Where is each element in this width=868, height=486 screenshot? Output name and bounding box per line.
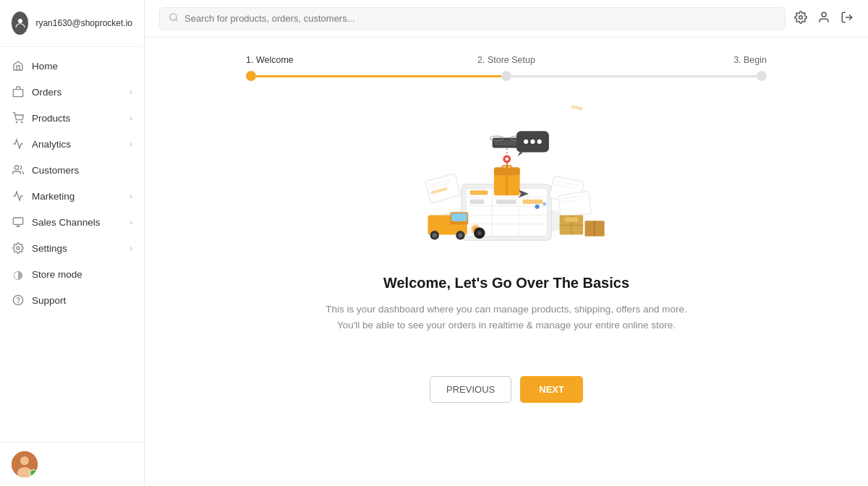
sales-channels-chevron-icon: › bbox=[129, 218, 132, 226]
marketing-icon bbox=[12, 189, 25, 202]
orders-chevron-icon: › bbox=[129, 88, 132, 96]
wizard-step-2-label: 2. Store Setup bbox=[420, 55, 593, 65]
sidebar-item-settings[interactable]: Settings › bbox=[0, 235, 144, 261]
svg-point-3 bbox=[22, 122, 22, 122]
wizard-steps: 1. Welcome 2. Store Setup 3. Begin bbox=[246, 38, 767, 88]
step-dot-1 bbox=[246, 71, 256, 81]
sidebar-item-analytics-label: Analytics bbox=[32, 139, 122, 150]
user-topbar-icon[interactable] bbox=[817, 11, 830, 27]
previous-button[interactable]: PREVIOUS bbox=[430, 376, 511, 403]
logout-topbar-icon[interactable] bbox=[841, 11, 854, 27]
sidebar-item-products-label: Products bbox=[32, 113, 122, 124]
svg-point-74 bbox=[479, 232, 480, 234]
support-icon bbox=[12, 294, 25, 307]
svg-rect-29 bbox=[522, 200, 542, 204]
wizard-step-1-label: 1. Welcome bbox=[246, 55, 420, 65]
sidebar-username: ryan1630@shoprocket.io bbox=[35, 18, 132, 28]
step-line-1 bbox=[256, 75, 501, 77]
sidebar-item-marketing[interactable]: Marketing › bbox=[0, 183, 144, 209]
sidebar-item-analytics[interactable]: Analytics › bbox=[0, 131, 144, 157]
wizard-subtitle-line2: You'll be able to see your orders in rea… bbox=[337, 320, 676, 331]
topbar-icons bbox=[794, 11, 854, 27]
sales-channels-icon bbox=[12, 216, 25, 229]
sidebar-header: ryan1630@shoprocket.io bbox=[0, 0, 144, 47]
sidebar-item-marketing-label: Marketing bbox=[32, 191, 122, 202]
svg-rect-5 bbox=[13, 218, 22, 224]
store-mode-icon: ◑ bbox=[12, 268, 25, 281]
sidebar-item-sales-channels-label: Sales Channels bbox=[32, 217, 122, 228]
sidebar-nav: Home Orders › Products › Analytics › bbox=[0, 47, 144, 442]
home-icon bbox=[12, 59, 25, 72]
orders-icon bbox=[12, 85, 25, 98]
svg-point-6 bbox=[17, 247, 20, 250]
svg-point-4 bbox=[14, 166, 18, 169]
sidebar-item-store-mode[interactable]: ◑ Store mode bbox=[0, 261, 144, 287]
svg-rect-27 bbox=[470, 200, 484, 204]
wizard-subtitle-line1: This is your dashboard where you can man… bbox=[326, 304, 687, 315]
online-status-dot bbox=[30, 469, 37, 477]
sidebar-item-home[interactable]: Home bbox=[0, 53, 144, 79]
wizard-button-row: PREVIOUS NEXT bbox=[430, 376, 583, 403]
svg-point-43 bbox=[505, 158, 509, 161]
settings-topbar-icon[interactable] bbox=[794, 11, 807, 27]
step-dot-2 bbox=[501, 71, 511, 81]
wizard-steps-labels: 1. Welcome 2. Store Setup 3. Begin bbox=[246, 55, 767, 65]
svg-point-10 bbox=[20, 456, 29, 465]
wizard-area: 1. Welcome 2. Store Setup 3. Begin bbox=[145, 38, 868, 486]
svg-rect-28 bbox=[496, 200, 516, 204]
svg-point-41 bbox=[537, 140, 542, 144]
svg-rect-65 bbox=[565, 217, 579, 221]
products-icon bbox=[12, 111, 25, 124]
sidebar-item-home-label: Home bbox=[32, 61, 132, 72]
search-input[interactable] bbox=[184, 13, 776, 24]
sidebar-item-support-label: Support bbox=[32, 295, 132, 306]
step-line-2 bbox=[511, 75, 757, 77]
sidebar: ryan1630@shoprocket.io Home Orders › Pro… bbox=[0, 0, 145, 486]
analytics-chevron-icon: › bbox=[129, 140, 132, 148]
svg-point-13 bbox=[799, 15, 803, 19]
search-bar[interactable] bbox=[159, 7, 786, 30]
svg-point-2 bbox=[16, 122, 17, 122]
search-icon bbox=[169, 12, 179, 25]
user-avatar[interactable] bbox=[12, 451, 38, 477]
wizard-step-3-label: 3. Begin bbox=[593, 55, 767, 65]
sidebar-item-products[interactable]: Products › bbox=[0, 105, 144, 131]
sidebar-item-sales-channels[interactable]: Sales Channels › bbox=[0, 209, 144, 235]
settings-chevron-icon: › bbox=[129, 244, 132, 252]
svg-point-0 bbox=[18, 19, 22, 23]
marketing-chevron-icon: › bbox=[129, 192, 132, 200]
sidebar-item-settings-label: Settings bbox=[32, 243, 122, 254]
svg-point-14 bbox=[822, 12, 826, 17]
svg-point-71 bbox=[542, 202, 546, 206]
sidebar-item-orders-label: Orders bbox=[32, 87, 122, 98]
main-content: 1. Welcome 2. Store Setup 3. Begin bbox=[145, 0, 868, 486]
svg-rect-48 bbox=[558, 191, 592, 218]
svg-point-40 bbox=[530, 140, 535, 144]
step-dot-3 bbox=[757, 71, 767, 81]
wizard-subtitle: This is your dashboard where you can man… bbox=[326, 302, 687, 333]
wizard-illustration bbox=[391, 103, 622, 255]
sidebar-item-customers[interactable]: Customers bbox=[0, 157, 144, 183]
sidebar-avatar-icon bbox=[12, 12, 28, 35]
wizard-progress-row bbox=[246, 71, 767, 81]
svg-point-39 bbox=[524, 140, 528, 144]
svg-rect-47 bbox=[571, 105, 583, 110]
customers-icon bbox=[12, 163, 25, 176]
sidebar-footer bbox=[0, 442, 144, 486]
products-chevron-icon: › bbox=[129, 114, 132, 122]
sidebar-item-orders[interactable]: Orders › bbox=[0, 79, 144, 105]
wizard-title: Welcome, Let's Go Over The Basics bbox=[383, 275, 629, 291]
sidebar-item-customers-label: Customers bbox=[32, 165, 132, 176]
svg-point-61 bbox=[458, 233, 462, 237]
svg-point-12 bbox=[170, 14, 176, 20]
settings-icon bbox=[12, 242, 25, 255]
sidebar-item-support[interactable]: Support bbox=[0, 287, 144, 313]
analytics-icon bbox=[12, 137, 25, 150]
sidebar-item-store-mode-label: Store mode bbox=[32, 269, 132, 280]
svg-point-70 bbox=[535, 205, 540, 209]
topbar bbox=[145, 0, 868, 38]
svg-rect-25 bbox=[470, 190, 488, 195]
next-button[interactable]: NEXT bbox=[520, 376, 583, 403]
svg-rect-1 bbox=[13, 90, 22, 97]
svg-rect-57 bbox=[451, 213, 467, 221]
